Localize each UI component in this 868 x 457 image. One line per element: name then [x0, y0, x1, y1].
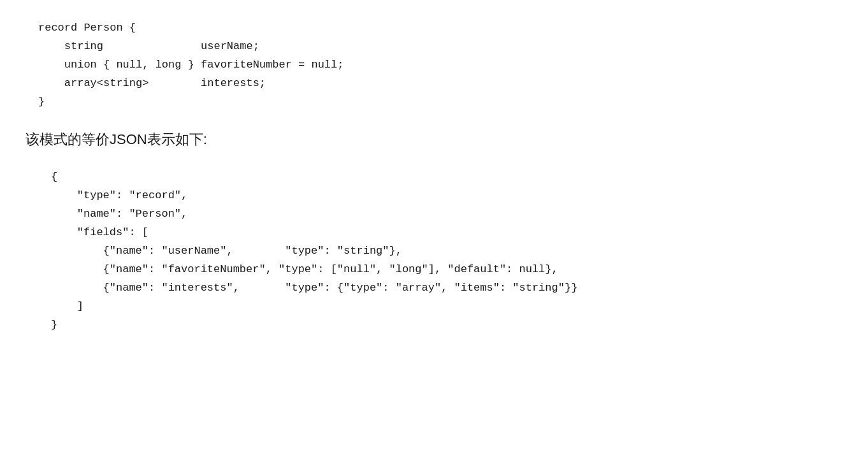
json-code-block: { "type": "record", "name": "Person", "f…	[25, 168, 843, 334]
json-line-6: {"name": "favoriteNumber", "type": ["nul…	[51, 261, 843, 279]
avro-line-1: record Person {	[38, 19, 843, 38]
avro-line-3: union { null, long } favoriteNumber = nu…	[38, 56, 843, 75]
avro-line-4: array<string> interests;	[38, 75, 843, 93]
json-line-8: ]	[51, 298, 843, 316]
avro-code-block: record Person { string userName; union {…	[25, 19, 843, 111]
json-line-4: "fields": [	[51, 224, 843, 242]
json-line-3: "name": "Person",	[51, 205, 843, 224]
json-line-5: {"name": "userName", "type": "string"},	[51, 242, 843, 261]
avro-line-5: }	[38, 93, 843, 112]
json-line-1: {	[51, 168, 843, 187]
description-text: 该模式的等价JSON表示如下:	[25, 130, 843, 149]
avro-line-2: string userName;	[38, 38, 843, 56]
json-line-7: {"name": "interests", "type": {"type": "…	[51, 279, 843, 298]
json-line-2: "type": "record",	[51, 187, 843, 205]
json-line-9: }	[51, 316, 843, 335]
